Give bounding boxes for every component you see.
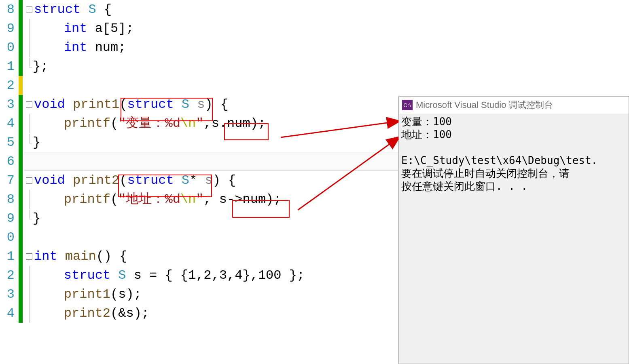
console-titlebar[interactable]: C:\ Microsoft Visual Studio 调试控制台 bbox=[399, 97, 629, 114]
line-number: 5 bbox=[0, 133, 16, 152]
line-number: 2 bbox=[0, 266, 16, 285]
change-bar bbox=[19, 95, 23, 114]
change-bar bbox=[19, 304, 23, 323]
change-bar bbox=[19, 247, 23, 266]
fold-guide bbox=[29, 266, 30, 285]
fold-guide bbox=[29, 58, 32, 67]
code-line[interactable]: 1 }; bbox=[0, 57, 629, 76]
fold-guide bbox=[29, 114, 30, 133]
change-bar bbox=[19, 57, 23, 76]
line-number: 1 bbox=[0, 247, 16, 266]
line-number: 0 bbox=[0, 38, 16, 57]
change-bar bbox=[19, 76, 23, 95]
fold-toggle[interactable]: − bbox=[26, 177, 32, 184]
line-number: 4 bbox=[0, 304, 16, 323]
fold-guide bbox=[29, 38, 30, 57]
fold-guide bbox=[29, 210, 32, 219]
fold-guide bbox=[29, 285, 30, 304]
code-line[interactable]: 8 − struct S { bbox=[0, 0, 629, 19]
keyword: struct bbox=[34, 0, 80, 19]
code-line[interactable]: 2 bbox=[0, 76, 629, 95]
line-number: 3 bbox=[0, 95, 16, 114]
debug-console-window[interactable]: C:\ Microsoft Visual Studio 调试控制台 变量：100… bbox=[398, 96, 629, 364]
line-number: 7 bbox=[0, 171, 16, 190]
line-number: 8 bbox=[0, 190, 16, 209]
code-line[interactable]: 0 int num; bbox=[0, 38, 629, 57]
change-bar bbox=[19, 0, 23, 19]
code-line[interactable]: 9 int a[5]; bbox=[0, 19, 629, 38]
line-number: 9 bbox=[0, 209, 16, 228]
line-number: 1 bbox=[0, 57, 16, 76]
change-bar bbox=[19, 190, 23, 209]
function-name: print2 bbox=[73, 171, 119, 190]
fold-toggle[interactable]: − bbox=[26, 253, 32, 260]
fold-guide bbox=[29, 19, 30, 38]
function-name: main bbox=[65, 247, 96, 266]
change-bar bbox=[19, 209, 23, 228]
line-number: 4 bbox=[0, 114, 16, 133]
line-number: 9 bbox=[0, 19, 16, 38]
console-output[interactable]: 变量：100 地址：100 E:\C_Study\test\x64\Debug\… bbox=[399, 114, 629, 194]
change-bar bbox=[19, 285, 23, 304]
line-number: 3 bbox=[0, 285, 16, 304]
change-bar bbox=[19, 266, 23, 285]
change-bar bbox=[19, 228, 23, 247]
line-number: 8 bbox=[0, 0, 16, 19]
line-number: 0 bbox=[0, 228, 16, 247]
line-number: 2 bbox=[0, 76, 16, 95]
function-name: print1 bbox=[73, 95, 119, 114]
console-title-text: Microsoft Visual Studio 调试控制台 bbox=[416, 99, 553, 111]
fold-guide bbox=[29, 134, 32, 143]
type-name: S bbox=[88, 0, 96, 19]
change-bar bbox=[19, 38, 23, 57]
change-bar bbox=[19, 133, 23, 152]
fold-guide bbox=[29, 190, 30, 209]
change-bar bbox=[19, 114, 23, 133]
line-number: 6 bbox=[0, 152, 16, 171]
fold-toggle[interactable]: − bbox=[26, 6, 32, 13]
change-bar bbox=[19, 152, 23, 171]
change-bar bbox=[19, 171, 23, 190]
fold-toggle[interactable]: − bbox=[26, 101, 32, 108]
console-icon: C:\ bbox=[402, 100, 413, 110]
fold-guide bbox=[29, 304, 30, 323]
change-bar bbox=[19, 19, 23, 38]
